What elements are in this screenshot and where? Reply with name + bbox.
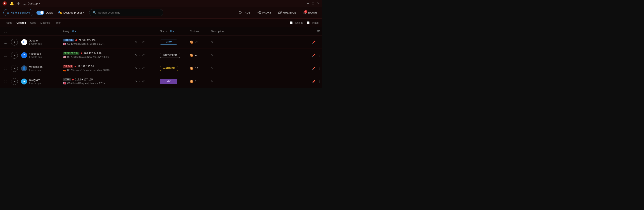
name-cell: Google 1 month ago: [29, 39, 63, 45]
new-session-button[interactable]: ⊕ NEW SESSION: [4, 9, 33, 16]
play-button[interactable]: [11, 39, 18, 45]
pin-icon[interactable]: 📌: [312, 40, 316, 44]
rotate-action-icon[interactable]: ⟳: [135, 80, 137, 83]
row-checkbox-cell: [2, 80, 9, 83]
proxy-button[interactable]: PROXY: [256, 10, 273, 15]
rotate-action-icon[interactable]: ⟳: [135, 67, 137, 70]
play-icon: [13, 80, 16, 83]
select-all-checkbox[interactable]: [4, 30, 7, 33]
table-row: f Facebook 1 month ago FREE PROXY 209.12…: [0, 49, 322, 62]
session-name: My session: [29, 65, 63, 68]
status-cell: IMPORTED: [160, 53, 190, 58]
pinned-filter[interactable]: Pinned: [307, 21, 318, 24]
row-checkbox[interactable]: [4, 54, 7, 57]
session-time: 1 week ago: [29, 82, 63, 84]
play-cell: [9, 39, 20, 45]
edit-icon[interactable]: ✎: [211, 40, 214, 44]
tab-modified[interactable]: Modified: [38, 21, 52, 24]
edit-icon[interactable]: ✎: [211, 67, 214, 70]
trash-button[interactable]: 1 TRASH: [301, 10, 318, 15]
tab-used[interactable]: Used: [28, 21, 38, 24]
proxy-col-header[interactable]: Proxy All ▾: [63, 30, 135, 33]
description-cell: ✎: [211, 80, 236, 83]
row-checkbox[interactable]: [4, 41, 7, 44]
tab-created[interactable]: Created: [14, 21, 28, 24]
branch-action-icon[interactable]: ⑂: [139, 41, 140, 44]
preset-icon: 🎭: [58, 10, 62, 14]
refresh-action-icon[interactable]: ↺: [142, 80, 145, 83]
pin-icon[interactable]: 📌: [312, 80, 316, 83]
pin-icon[interactable]: 📌: [312, 67, 316, 70]
proxy-location: 🇬🇧 GB (United Kingdom) London, EC1N: [63, 82, 135, 85]
branch-action-icon[interactable]: ⑂: [139, 80, 140, 83]
session-name: Telegram: [29, 78, 63, 81]
branch-action-icon[interactable]: ⑂: [139, 67, 140, 70]
tab-name[interactable]: Name: [4, 21, 14, 24]
more-options-button[interactable]: [318, 79, 320, 84]
proxy-icon: [258, 11, 261, 14]
maximize-button[interactable]: □: [312, 2, 314, 5]
play-icon: [13, 41, 16, 43]
session-name: Facebook: [29, 52, 63, 55]
svg-marker-14: [14, 80, 16, 83]
notification-icon[interactable]: 🔔: [10, 1, 14, 5]
status-badge: WARMED: [160, 66, 178, 71]
preset-label: Desktop preset: [63, 11, 82, 14]
svg-marker-13: [14, 67, 16, 69]
refresh-action-icon[interactable]: ↺: [142, 40, 145, 44]
proxy-cell: FREE PROXY 209.127.143.99 🇺🇸 US (United …: [63, 52, 135, 59]
country-flag: 🇩🇪: [63, 69, 66, 72]
proxy-type-tag: SOCKS5: [63, 39, 74, 41]
tags-button[interactable]: TAGS: [237, 10, 252, 15]
session-time: 1 week ago: [29, 69, 63, 71]
search-input[interactable]: [98, 11, 160, 14]
more-options-button[interactable]: [318, 53, 320, 57]
more-options-button[interactable]: [318, 40, 320, 44]
play-cell: [9, 78, 20, 85]
country-flag: 🇺🇸: [63, 55, 66, 59]
tags-icon: [238, 11, 242, 14]
play-button[interactable]: [11, 65, 18, 72]
proxy-status-dot: [81, 52, 82, 54]
edit-icon[interactable]: ✎: [211, 80, 214, 83]
rotate-action-icon[interactable]: ⟳: [135, 53, 137, 57]
refresh-action-icon[interactable]: ↺: [142, 53, 145, 57]
tab-timer[interactable]: Timer: [52, 21, 63, 24]
search-bar[interactable]: 🔍: [89, 9, 163, 16]
row-checkbox[interactable]: [4, 67, 7, 70]
column-adjust-icon[interactable]: [317, 30, 320, 32]
description-cell: ✎: [211, 40, 236, 44]
minimize-button[interactable]: ─: [307, 2, 309, 5]
svg-rect-0: [23, 2, 26, 4]
preset-button[interactable]: 🎭 Desktop preset ▾: [56, 10, 86, 15]
row-checkbox[interactable]: [4, 80, 7, 83]
app-logo: [2, 1, 7, 5]
refresh-action-icon[interactable]: ↺: [142, 67, 145, 70]
proxy-status-dot: [72, 79, 74, 80]
pin-icon[interactable]: 📌: [312, 53, 316, 57]
proxy-location: 🇺🇸 US (United States) New York, NY 10286: [63, 55, 135, 59]
multiple-button[interactable]: MULTIPLE: [276, 10, 298, 15]
favicon: f: [21, 52, 27, 58]
quick-toggle-switch[interactable]: [36, 10, 44, 15]
proxy-ip: 18.198.130.34: [78, 65, 94, 68]
edit-icon[interactable]: ✎: [211, 53, 214, 57]
more-options-button[interactable]: [318, 66, 320, 70]
close-button[interactable]: ✕: [317, 2, 320, 5]
running-filter[interactable]: Running: [290, 21, 303, 24]
branch-action-icon[interactable]: ⑂: [139, 54, 140, 57]
svg-line-6: [259, 12, 259, 12]
play-button[interactable]: [11, 78, 18, 85]
row-checkbox-cell: [2, 41, 9, 44]
table-row: G Google 1 month ago SOCKS5 217.69.127.1…: [0, 35, 322, 49]
cookie-count: 13: [195, 67, 198, 70]
preset-chevron-icon: ▾: [83, 11, 84, 14]
cookies-col-header: Cookies: [190, 30, 211, 33]
rotate-action-icon[interactable]: ⟳: [135, 40, 137, 44]
location-text: GB (United Kingdom) London, EC1N: [67, 82, 105, 84]
proxy-type-tag: FREE PROXY: [63, 52, 80, 55]
status-col-header[interactable]: Status All ▾: [160, 30, 190, 33]
proxy-ip: 209.127.143.99: [84, 52, 101, 55]
settings-icon[interactable]: ⚙: [17, 1, 20, 5]
play-button[interactable]: [11, 52, 18, 59]
